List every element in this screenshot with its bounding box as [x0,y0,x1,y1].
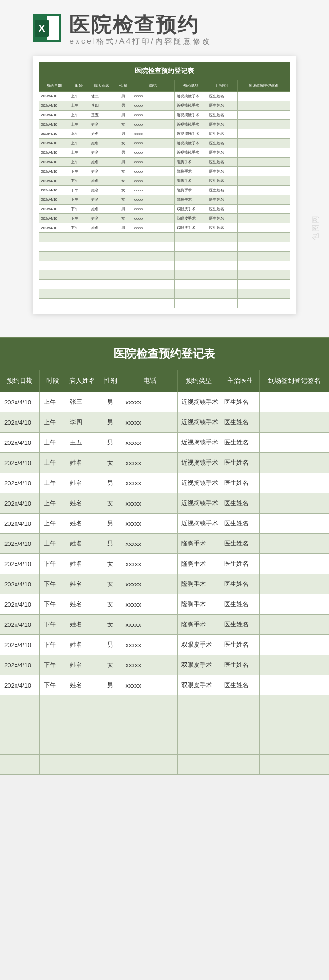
cell-date: 202x/4/10 [0,473,40,493]
table-row: 202x/4/10上午姓名女xxxxx近视摘镜手术医生姓名 [39,120,290,129]
cell-gender: 男 [114,148,132,158]
cell-empty [178,695,220,715]
cell-phone: xxxxx [132,167,174,176]
cell-phone: xxxxx [132,195,174,205]
cell-sign [260,655,329,675]
cell-period: 下午 [69,186,89,195]
cell-empty [132,252,174,261]
table-row: 202x/4/10上午姓名男xxxxx近视摘镜手术医生姓名 [39,129,290,139]
table-row: 202x/4/10上午王五男xxxxx近视摘镜手术医生姓名 [0,433,329,453]
cell-gender: 男 [114,205,132,214]
cell-empty [132,270,174,280]
cell-doctor: 医生姓名 [207,92,237,101]
cell-sign [237,186,290,195]
cell-type: 隆胸手术 [178,594,220,615]
cell-doctor: 医生姓名 [220,453,260,473]
cell-name: 李四 [89,101,114,111]
cell-type: 隆胸手术 [174,195,207,205]
cell-empty [220,715,260,735]
table-row: 202x/4/10上午姓名女xxxxx近视摘镜手术医生姓名 [39,139,290,148]
cell-name: 姓名 [66,534,99,554]
cell-date: 202x/4/10 [39,111,69,120]
table-row: 202x/4/10下午姓名男xxxxx双眼皮手术医生姓名 [39,223,290,233]
cell-empty [114,233,132,242]
cell-sign [237,120,290,129]
cell-date: 202x/4/10 [39,148,69,158]
cell-gender: 女 [114,195,132,205]
cell-gender: 女 [114,167,132,176]
cell-doctor: 医生姓名 [207,205,237,214]
cell-sign [237,176,290,186]
table-row-empty [39,299,290,308]
cell-period: 下午 [69,176,89,186]
cell-gender: 女 [99,554,122,574]
cell-empty [207,261,237,270]
cell-date: 202x/4/10 [0,453,40,473]
table-body-small: 202x/4/10上午张三男xxxxx近视摘镜手术医生姓名202x/4/10上午… [39,92,290,308]
table-row-empty [39,252,290,261]
th-period: 时段 [39,370,66,392]
cell-period: 上午 [39,493,66,514]
cell-empty [122,755,178,775]
cell-gender: 男 [99,433,122,453]
cell-period: 上午 [39,453,66,473]
cell-gender: 女 [114,176,132,186]
cell-date: 202x/4/10 [39,158,69,167]
cell-empty [39,735,66,755]
cell-sign [260,433,329,453]
cell-type: 隆胸手术 [178,615,220,635]
cell-doctor: 医生姓名 [220,412,260,433]
cell-empty [207,233,237,242]
table-row: 202x/4/10上午姓名女xxxxx近视摘镜手术医生姓名 [0,453,329,473]
table-row: 202x/4/10下午姓名女xxxxx双眼皮手术医生姓名 [0,655,329,675]
cell-period: 下午 [69,214,89,223]
th-gender: 性别 [99,370,122,392]
cell-name: 姓名 [66,615,99,635]
cell-sign [260,594,329,615]
cell-empty [174,270,207,280]
cell-period: 上午 [39,412,66,433]
cell-period: 上午 [69,158,89,167]
cell-date: 202x/4/10 [0,594,40,615]
cell-phone: xxxxx [132,148,174,158]
table-row: 202x/4/10下午姓名女xxxxx隆胸手术医生姓名 [39,195,290,205]
cell-doctor: 医生姓名 [207,186,237,195]
cell-sign [260,473,329,493]
cell-phone: xxxxx [132,111,174,120]
cell-type: 近视摘镜手术 [178,392,220,412]
cell-sign [237,148,290,158]
cell-period: 上午 [69,120,89,129]
th-date: 预约日期 [0,370,40,392]
cell-empty [89,252,114,261]
cell-period: 上午 [69,139,89,148]
detail-section: 医院检查预约登记表 预约日期 时段 病人姓名 性别 电话 预约类型 主治医生 到… [0,337,329,775]
table-row: 202x/4/10上午张三男xxxxx近视摘镜手术医生姓名 [39,92,290,101]
cell-empty [39,715,66,735]
cell-empty [220,735,260,755]
cell-date: 202x/4/10 [39,120,69,129]
cell-type: 双眼皮手术 [174,205,207,214]
cell-doctor: 医生姓名 [220,615,260,635]
th-name: 病人姓名 [66,370,99,392]
cell-sign [237,167,290,176]
cell-gender: 女 [99,594,122,615]
cell-empty [114,299,132,308]
cell-empty [174,261,207,270]
table-row-empty [0,755,329,775]
cell-phone: xxxxx [132,176,174,186]
cell-sign [260,635,329,655]
hero-text: 医院检查预约 excel格式/A4打印/内容随意修改 [70,14,212,47]
cell-empty [207,280,237,289]
cell-empty [89,270,114,280]
table-row: 202x/4/10下午姓名女xxxxx隆胸手术医生姓名 [39,186,290,195]
cell-phone: xxxxx [132,223,174,233]
cell-gender: 女 [114,186,132,195]
cell-doctor: 医生姓名 [220,433,260,453]
cell-date: 202x/4/10 [0,574,40,594]
cell-empty [69,252,89,261]
cell-sign [260,453,329,473]
cell-date: 202x/4/10 [0,493,40,514]
cell-doctor: 医生姓名 [220,514,260,534]
cell-empty [69,289,89,299]
cell-name: 姓名 [66,574,99,594]
